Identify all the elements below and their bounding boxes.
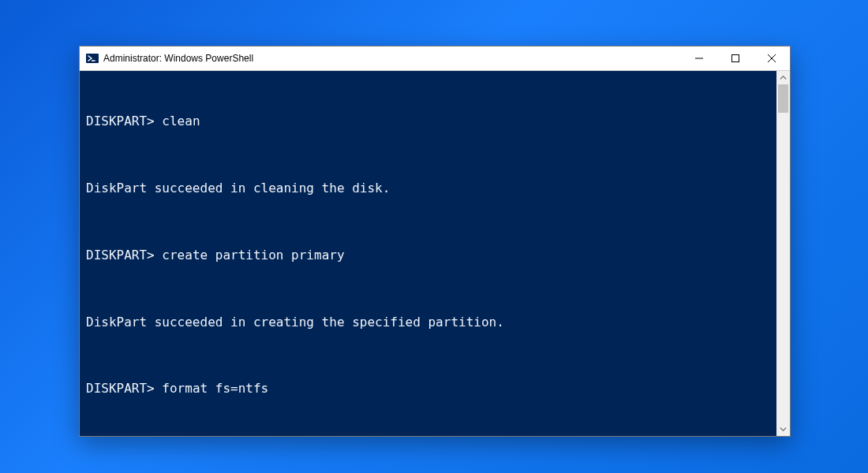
svg-rect-0	[86, 54, 99, 63]
output-text: DiskPart succeeded in creating the speci…	[86, 315, 504, 330]
window-controls	[681, 47, 790, 70]
window-title: Administrator: Windows PowerShell	[103, 53, 253, 64]
powershell-icon	[86, 52, 99, 65]
terminal-line: DISKPART> clean	[86, 113, 770, 130]
minimize-button[interactable]	[681, 47, 717, 70]
scroll-up-button[interactable]	[776, 71, 790, 84]
scroll-down-button[interactable]	[776, 423, 790, 436]
scrollbar-thumb[interactable]	[778, 84, 788, 113]
prompt: DISKPART>	[86, 381, 155, 396]
output-text: DiskPart succeeded in cleaning the disk.	[86, 181, 390, 196]
prompt: DISKPART>	[86, 248, 155, 263]
close-button[interactable]	[754, 47, 790, 70]
command-text: format fs=ntfs	[162, 381, 268, 396]
maximize-button[interactable]	[717, 47, 754, 70]
terminal-output[interactable]: DISKPART> clean DiskPart succeeded in cl…	[80, 71, 776, 436]
svg-rect-3	[732, 55, 739, 62]
terminal-line: DISKPART> format fs=ntfs	[86, 380, 770, 397]
terminal-line: DiskPart succeeded in creating the speci…	[86, 314, 770, 331]
vertical-scrollbar[interactable]	[776, 71, 790, 436]
scrollbar-track[interactable]	[776, 84, 790, 423]
command-text: clean	[162, 114, 200, 128]
terminal-client-area: DISKPART> clean DiskPart succeeded in cl…	[80, 71, 790, 436]
terminal-line: DiskPart succeeded in cleaning the disk.	[86, 180, 770, 197]
prompt: DISKPART>	[86, 114, 155, 128]
terminal-line: DISKPART> create partition primary	[86, 247, 770, 264]
powershell-window: Administrator: Windows PowerShell DISKPA…	[79, 46, 791, 437]
command-text: create partition primary	[162, 248, 344, 263]
titlebar[interactable]: Administrator: Windows PowerShell	[80, 47, 790, 71]
